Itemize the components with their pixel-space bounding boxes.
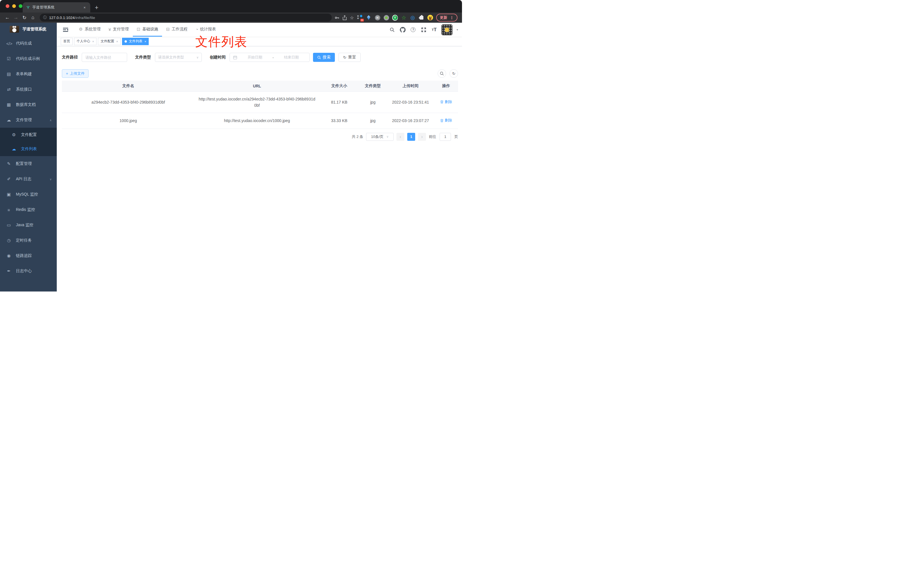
page-size-select[interactable]: 10条/页 ∨ — [366, 133, 394, 141]
sidebar-item-system-api[interactable]: ⇄ 系统接口 — [0, 82, 57, 97]
top-menu-workflow[interactable]: ⊟ 工作流程 — [162, 23, 191, 36]
close-icon[interactable]: × — [92, 40, 94, 43]
sidebar-logo[interactable]: 芋道管理系统 — [0, 23, 57, 36]
sidebar-item-scheduled-tasks[interactable]: ◷ 定时任务 — [0, 233, 57, 248]
zoom-window-button[interactable] — [19, 4, 22, 8]
extension-command-icon[interactable]: ⌘ — [375, 15, 380, 21]
show-search-button[interactable] — [437, 69, 446, 78]
yen-icon: ¥ — [109, 27, 111, 32]
edit-icon: ✎ — [6, 161, 12, 166]
gear-icon: ⚙ — [79, 27, 82, 32]
file-management-submenu: ⚙ 文件配置 ☁ 文件列表 — [0, 128, 57, 156]
sidebar-collapse-icon[interactable] — [61, 25, 70, 35]
home-icon[interactable]: ⌂ — [29, 13, 37, 21]
github-icon[interactable] — [399, 27, 406, 33]
extension-star-icon[interactable]: ☆ — [401, 15, 407, 21]
app-window: 芋道管理系统 </> 代码生成 ☑ 代码生成示例 ▤ 表单构建 ⇄ 系统接口 ▦… — [0, 23, 462, 292]
delete-button[interactable]: 删除 — [440, 117, 452, 124]
search-button[interactable]: 搜索 — [313, 53, 335, 62]
date-range-picker[interactable]: 开始日期 - 结束日期 — [229, 53, 310, 62]
sidebar-item-file-management[interactable]: ☁ 文件管理 ∧ — [0, 112, 57, 128]
user-avatar[interactable] — [442, 25, 452, 35]
close-icon[interactable]: × — [116, 40, 118, 43]
prev-page-button[interactable]: ‹ — [396, 133, 404, 141]
extension-y-icon[interactable]: Y — [392, 15, 398, 21]
tag-profile[interactable]: 个人中心 × — [74, 38, 96, 45]
browser-menu-icon[interactable]: ⋮ — [450, 15, 454, 20]
sidebar-item-file-list[interactable]: ☁ 文件列表 — [0, 142, 57, 156]
search-icon[interactable] — [389, 27, 395, 33]
tag-file-config[interactable]: 文件配置 × — [98, 38, 120, 45]
cell-upload-time: 2022-03-16 23:51:41 — [387, 91, 434, 113]
top-menu-system[interactable]: ⚙ 系统管理 — [75, 23, 104, 36]
code-icon: </> — [6, 41, 12, 46]
close-icon[interactable]: × — [144, 40, 146, 43]
form-icon: ▤ — [6, 71, 12, 77]
top-menu-label: 系统管理 — [84, 27, 101, 32]
help-icon[interactable]: ? — [410, 27, 416, 33]
new-tab-button[interactable]: + — [95, 5, 99, 11]
file-table: 文件名 URL 文件大小 文件类型 上传时间 操作 a294ecb2-73dd-… — [62, 81, 458, 129]
cell-upload-time: 2022-03-16 23:07:27 — [387, 113, 434, 129]
upload-file-button[interactable]: + 上传文件 — [62, 69, 89, 78]
sidebar-item-form-builder[interactable]: ▤ 表单构建 — [0, 66, 57, 82]
sidebar-item-mysql-monitor[interactable]: ▣ MySQL 监控 — [0, 187, 57, 202]
chevron-down-icon: ∨ — [386, 135, 389, 139]
sidebar-item-log-center[interactable]: ✒ 日志中心 — [0, 263, 57, 279]
top-menu-payment[interactable]: ¥ 支付管理 — [104, 23, 132, 36]
file-path-input[interactable] — [82, 53, 127, 62]
browser-update-button[interactable]: 更新 ⋮ — [436, 13, 457, 21]
extension-eye-icon[interactable]: ◎ — [410, 15, 416, 21]
sidebar-item-redis-monitor[interactable]: ≡ Redis 监控 — [0, 202, 57, 217]
share-icon[interactable] — [343, 15, 347, 20]
sidebar-item-file-config[interactable]: ⚙ 文件配置 — [0, 128, 57, 142]
profile-emoji-avatar[interactable] — [427, 15, 433, 21]
extension-grid-icon[interactable]: 11 — [357, 15, 363, 21]
sidebar-item-db-doc[interactable]: ▦ 数据库文档 — [0, 97, 57, 112]
top-menu-infrastructure[interactable]: ⊡ 基础设施 — [133, 23, 162, 36]
tab-close-icon[interactable]: × — [82, 5, 87, 10]
back-icon[interactable]: ← — [3, 13, 12, 21]
extension-kite-icon[interactable] — [366, 15, 371, 21]
sidebar-item-api-log[interactable]: ✐ API 日志 ∨ — [0, 172, 57, 187]
start-date-placeholder[interactable]: 开始日期 — [240, 55, 270, 60]
page-1-button[interactable]: 1 — [407, 133, 415, 141]
extension-puzzle-icon[interactable] — [419, 15, 424, 21]
tag-label: 个人中心 — [77, 39, 90, 44]
date-separator: - — [272, 55, 274, 59]
goto-page-input[interactable] — [440, 133, 451, 141]
address-bar[interactable]: ⓘ 127.0.0.1:1024/infra/file/file — [40, 13, 332, 21]
reload-icon[interactable]: ↻ — [20, 13, 28, 21]
site-info-icon[interactable]: ⓘ — [43, 15, 47, 20]
extension-dot-icon[interactable] — [383, 15, 389, 21]
bookmark-star-icon[interactable]: ☆ — [350, 15, 354, 20]
close-window-button[interactable] — [6, 4, 9, 8]
end-date-placeholder[interactable]: 结束日期 — [277, 55, 306, 60]
goto-label: 前往 — [429, 134, 436, 139]
browser-tab[interactable]: 芋道管理系统 × — [23, 2, 90, 13]
forward-icon[interactable]: → — [12, 13, 20, 21]
url-host: 127.0.0.1:1024 — [49, 16, 75, 20]
tag-label: 文件列表 — [129, 39, 142, 44]
sidebar-item-trace[interactable]: ◉ 链路追踪 — [0, 248, 57, 263]
refresh-table-button[interactable]: ↻ — [449, 69, 458, 78]
tag-file-list[interactable]: 文件列表 × — [122, 38, 149, 45]
sidebar-item-label: 表单构建 — [16, 71, 32, 77]
sidebar-item-java-monitor[interactable]: ▭ Java 监控 — [0, 217, 57, 233]
avatar-dropdown-icon[interactable]: ▾ — [457, 28, 458, 31]
delete-button[interactable]: 删除 — [440, 99, 452, 105]
password-key-icon[interactable] — [335, 15, 340, 20]
cell-size: 33.33 KB — [319, 113, 359, 129]
file-type-select[interactable]: 请选择文件类型 ∨ — [155, 53, 202, 62]
reset-button[interactable]: ↻ 重置 — [338, 53, 361, 62]
minimize-window-button[interactable] — [12, 4, 16, 8]
sidebar-item-config-management[interactable]: ✎ 配置管理 — [0, 156, 57, 172]
sidebar-item-label: 文件配置 — [21, 132, 37, 137]
sidebar-item-code-gen[interactable]: </> 代码生成 — [0, 36, 57, 51]
fullscreen-icon[interactable] — [421, 27, 427, 33]
next-page-button[interactable]: › — [418, 133, 426, 141]
screen-icon: ▭ — [6, 223, 12, 228]
font-size-icon[interactable]: TT — [431, 27, 437, 33]
tag-home[interactable]: 首页 — [61, 38, 73, 45]
sidebar-item-code-demo[interactable]: ☑ 代码生成示例 — [0, 51, 57, 66]
